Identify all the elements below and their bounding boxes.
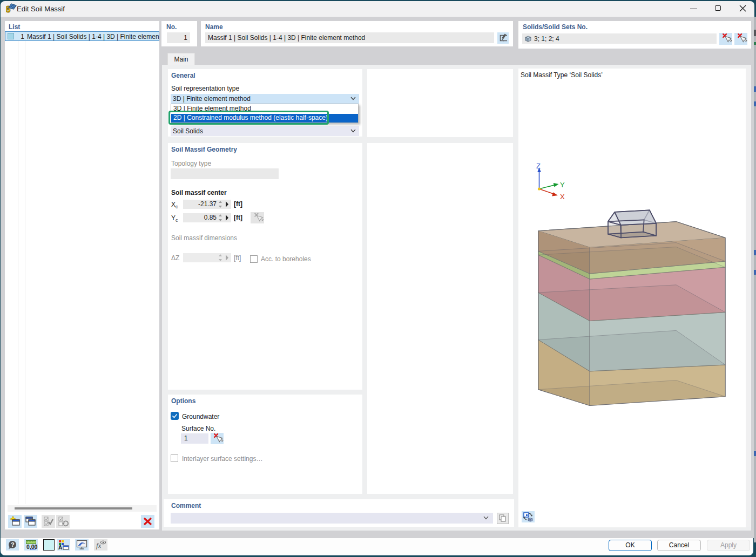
svg-text:X: X xyxy=(560,193,565,201)
svg-text:A: A xyxy=(58,545,62,551)
svg-text:Z: Z xyxy=(536,162,541,170)
svg-text:Y: Y xyxy=(560,181,565,189)
svg-text:0,00: 0,00 xyxy=(26,544,38,550)
svg-text:?: ? xyxy=(11,541,15,548)
